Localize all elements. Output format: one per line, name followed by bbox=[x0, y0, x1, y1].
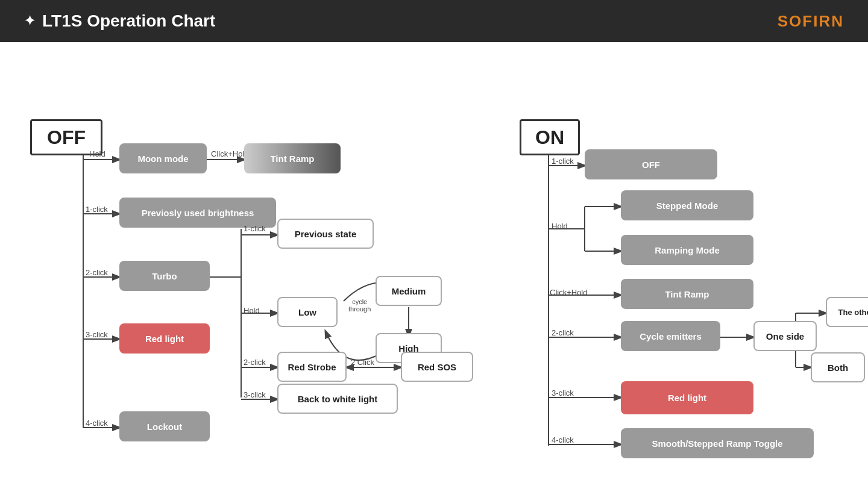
two-click-sos-label: 2 Click bbox=[351, 358, 374, 367]
one-click-inner-label: 1-click bbox=[244, 224, 266, 233]
the-other-side-node: The other side bbox=[826, 297, 868, 327]
title-text: LT1S Operation Chart bbox=[42, 11, 215, 31]
red-sos-node: Red SOS bbox=[401, 352, 473, 382]
two-click-label-right: 2-click bbox=[552, 328, 574, 337]
click-hold-label-right: Click+Hold bbox=[550, 288, 588, 297]
smooth-stepped-node: Smooth/Stepped Ramp Toggle bbox=[621, 428, 814, 458]
two-click-inner-label: 2-click bbox=[244, 358, 266, 367]
four-click-label-left: 4-click bbox=[86, 419, 108, 428]
header-title: ✦ LT1S Operation Chart bbox=[24, 11, 215, 31]
lockout-node: Lockout bbox=[119, 411, 210, 441]
turbo-node: Turbo bbox=[119, 261, 210, 291]
back-to-white-node: Back to white light bbox=[277, 384, 398, 414]
previously-used-node: Previosly used brightness bbox=[119, 198, 276, 228]
hold-label-left: Hold bbox=[89, 149, 105, 158]
one-side-node: One side bbox=[753, 321, 817, 351]
red-light-left-node: Red light bbox=[119, 323, 210, 354]
three-click-label-left: 3-click bbox=[86, 330, 108, 339]
brand-logo: SOFIRN bbox=[778, 12, 844, 31]
low-node: Low bbox=[277, 297, 338, 327]
hold-label-right: Hold bbox=[552, 222, 568, 231]
on-box: ON bbox=[520, 119, 580, 155]
three-click-inner-label: 3-click bbox=[244, 390, 266, 399]
hold-inner-label: Hold bbox=[244, 306, 260, 315]
three-click-label-right: 3-click bbox=[552, 388, 574, 397]
red-light-right-node: Red light bbox=[621, 381, 753, 414]
red-strobe-node: Red Strobe bbox=[277, 352, 347, 382]
off-right-node: OFF bbox=[585, 149, 717, 179]
chart-area: OFF Moon mode Hold Click+Hold Tint Ramp … bbox=[18, 54, 850, 471]
main-content: OFF Moon mode Hold Click+Hold Tint Ramp … bbox=[0, 42, 868, 483]
tint-ramp-left-node: Tint Ramp bbox=[244, 143, 341, 173]
cycle-through-label: cycle through bbox=[348, 298, 371, 313]
tint-ramp-right-node: Tint Ramp bbox=[621, 279, 753, 309]
ramping-mode-node: Ramping Mode bbox=[621, 235, 753, 265]
moon-mode-node: Moon mode bbox=[119, 143, 207, 173]
cycle-emitters-node: Cycle emitters bbox=[621, 321, 720, 351]
previous-state-node: Previous state bbox=[277, 219, 374, 249]
page-header: ✦ LT1S Operation Chart SOFIRN bbox=[0, 0, 868, 42]
one-click-label-right: 1-click bbox=[552, 157, 574, 166]
both-node: Both bbox=[811, 352, 865, 382]
click-hold-label-left: Click+Hold bbox=[211, 149, 249, 158]
medium-node: Medium bbox=[376, 276, 442, 306]
star-icon: ✦ bbox=[24, 13, 35, 29]
four-click-label-right: 4-click bbox=[552, 435, 574, 444]
stepped-mode-node: Stepped Mode bbox=[621, 190, 753, 220]
two-click-label-left: 2-click bbox=[86, 268, 108, 277]
one-click-label-left: 1-click bbox=[86, 205, 108, 214]
